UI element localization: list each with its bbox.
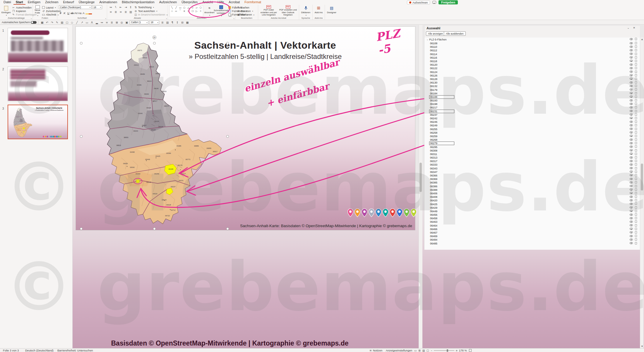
tab-hilfe[interactable]: Hilfe xyxy=(215,0,226,5)
shape-glyph-icon[interactable]: ╲ xyxy=(170,6,174,9)
visibility-icon[interactable] xyxy=(630,206,633,208)
line-spacing-icon[interactable]: ↕ xyxy=(129,5,133,9)
save-icon[interactable]: ▦ xyxy=(40,21,44,24)
highlight-icon[interactable]: ▂ xyxy=(95,21,99,24)
tab-bildschirmpräsentation[interactable]: Bildschirmpräsentation xyxy=(119,0,157,5)
shape-glyph-icon[interactable]: ⇨ xyxy=(174,9,178,13)
lock-icon[interactable] xyxy=(635,110,637,112)
quick-styles-button[interactable]: Schnellformat-vorlagen xyxy=(216,5,227,16)
language-status[interactable]: Deutsch (Deutschland) xyxy=(25,349,54,352)
lock-icon[interactable] xyxy=(635,142,637,144)
visibility-icon[interactable] xyxy=(630,46,633,48)
selection-item-06386[interactable]: 06386 xyxy=(424,185,640,188)
chevron-down-icon[interactable]: ⌄ xyxy=(627,26,629,29)
slide-thumbnail-2[interactable] xyxy=(8,67,68,101)
lock-icon[interactable] xyxy=(635,145,637,148)
selection-item-06317[interactable]: 06317 xyxy=(424,159,640,163)
selection-item-06268[interactable]: 06268 xyxy=(424,138,640,142)
display-settings-button[interactable]: Anzeigeeinstellungen xyxy=(386,349,412,352)
lock-icon[interactable] xyxy=(635,217,637,219)
slide-thumbnail-3[interactable]: Sachsen-Anhalt | Vektorkarte » Postleitz… xyxy=(8,105,68,139)
paragraph-mark-icon[interactable]: ¶ xyxy=(170,21,174,24)
lock-icon[interactable] xyxy=(635,45,637,48)
visibility-icon[interactable] xyxy=(630,117,633,119)
visibility-icon[interactable] xyxy=(630,124,633,126)
shape-glyph-icon[interactable]: ✕ xyxy=(182,9,186,13)
columns-icon[interactable]: ▥ xyxy=(165,21,169,24)
indent-icon[interactable]: ⇥ xyxy=(124,5,128,9)
pdf-outlook-button[interactable]: PDF PDF erstellen und über Outlook freig… xyxy=(279,5,297,16)
visibility-icon[interactable] xyxy=(630,242,633,244)
lock-icon[interactable] xyxy=(635,231,637,234)
lock-icon[interactable] xyxy=(635,181,637,183)
lock-icon[interactable] xyxy=(635,220,637,223)
selection-item-06311[interactable]: 06311 xyxy=(424,152,640,156)
selection-handle[interactable] xyxy=(153,227,156,230)
visibility-icon[interactable] xyxy=(630,74,633,76)
selection-item-06279[interactable]: 06279 xyxy=(424,142,640,145)
format-painter-icon[interactable]: ✎ xyxy=(55,21,59,24)
lock-icon[interactable] xyxy=(635,199,637,201)
selection-item-06406[interactable]: 06406 xyxy=(424,192,640,195)
lock-icon[interactable] xyxy=(635,138,637,141)
lock-icon[interactable] xyxy=(635,178,637,180)
font-dialog-launcher[interactable]: ↘ xyxy=(105,17,106,19)
selection-item-06188[interactable]: 06188 xyxy=(424,95,640,99)
visibility-icon[interactable] xyxy=(630,128,633,130)
lock-icon[interactable] xyxy=(635,195,637,198)
textbox-icon[interactable]: ▭ xyxy=(85,21,89,24)
lock-icon[interactable] xyxy=(635,92,637,94)
addins-button[interactable]: ⊞ Add-Ins xyxy=(314,5,323,16)
align-right-icon[interactable]: ≡ xyxy=(119,10,123,14)
lock-icon[interactable] xyxy=(635,63,637,66)
new-slide-button[interactable]: Neue Folie xyxy=(34,5,41,16)
lock-icon[interactable] xyxy=(635,85,637,87)
font-effect-ab[interactable]: ab xyxy=(70,11,74,15)
shape-glyph-icon[interactable]: ∿ xyxy=(186,9,190,13)
reading-view-icon[interactable]: ▤ xyxy=(422,349,426,352)
tab-überprüfen[interactable]: Überprüfen xyxy=(179,0,200,5)
lock-icon[interactable] xyxy=(635,128,637,130)
font-effect-aa[interactable]: Aa xyxy=(78,11,82,15)
grid-icon[interactable]: ⊞ xyxy=(114,21,119,24)
font-effect-f[interactable]: F xyxy=(59,11,63,15)
clipboard-dialog-launcher[interactable]: ↘ xyxy=(30,17,32,19)
scroll-up-icon[interactable]: ▲ xyxy=(640,38,644,41)
selection-handle[interactable] xyxy=(226,42,229,45)
selection-handle[interactable] xyxy=(80,135,83,138)
visibility-icon[interactable] xyxy=(630,146,633,148)
visibility-icon[interactable] xyxy=(630,131,633,133)
lock-icon[interactable] xyxy=(635,88,637,91)
lock-icon[interactable] xyxy=(635,242,637,244)
selection-item-06429[interactable]: 06429 xyxy=(424,206,640,210)
selection-handle[interactable] xyxy=(226,135,229,138)
selection-item-06456[interactable]: 06456 xyxy=(424,213,640,217)
font-effect-av[interactable]: AV xyxy=(74,11,78,15)
fill-color-icon[interactable]: ▨ xyxy=(60,21,64,24)
visibility-icon[interactable] xyxy=(630,231,633,233)
font-size-combo[interactable]: 18 xyxy=(92,5,102,9)
hide-all-button[interactable]: Alle ausblenden xyxy=(444,31,466,36)
align-text-button[interactable]: ⊜Text ausrichten xyxy=(134,9,167,13)
lock-icon[interactable] xyxy=(635,224,637,227)
visibility-icon[interactable] xyxy=(630,60,633,62)
selection-item-06295[interactable]: 06295 xyxy=(424,145,640,149)
visibility-icon[interactable] xyxy=(630,221,633,223)
selection-item-06184[interactable]: 06184 xyxy=(424,92,640,95)
visibility-icon[interactable] xyxy=(630,67,633,69)
selection-item-06126[interactable]: 06126 xyxy=(424,74,640,77)
selection-item-06485[interactable]: 06485 xyxy=(424,242,640,245)
selection-item-06116[interactable]: 06116 xyxy=(424,56,640,59)
tab-entwurf[interactable]: Entwurf xyxy=(61,0,76,5)
smartart-button[interactable]: ◫In SmartArt konvertieren xyxy=(134,13,167,16)
align-left-icon[interactable]: ≡ xyxy=(109,10,113,14)
tab-start[interactable]: Start xyxy=(13,0,25,5)
visibility-icon[interactable] xyxy=(630,106,633,108)
normal-view-icon[interactable]: ▭ xyxy=(413,349,417,352)
selection-handle[interactable] xyxy=(153,42,156,45)
tab-übergänge[interactable]: Übergänge xyxy=(76,0,97,5)
lock-icon[interactable] xyxy=(635,238,637,241)
visibility-icon[interactable] xyxy=(630,103,633,105)
lock-icon[interactable] xyxy=(635,228,637,230)
lock-icon[interactable] xyxy=(635,163,637,166)
